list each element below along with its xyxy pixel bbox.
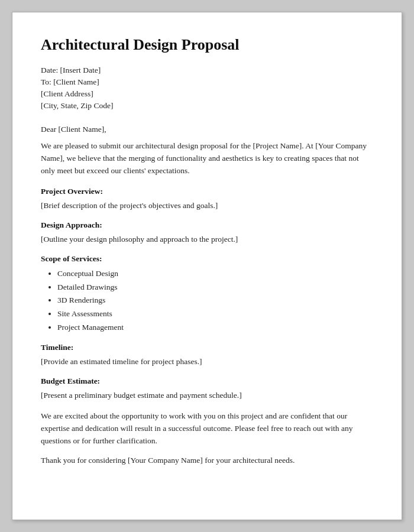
closing-paragraph-2: Thank you for considering [Your Company …	[41, 455, 373, 467]
project-overview-heading: Project Overview:	[41, 187, 373, 196]
document-title: Architectural Design Proposal	[41, 36, 373, 54]
list-item: 3D Renderings	[57, 294, 373, 307]
services-list: Conceptual Design Detailed Drawings 3D R…	[41, 267, 373, 335]
city-field: [City, State, Zip Code]	[41, 101, 373, 111]
list-item: Site Assessments	[57, 307, 373, 321]
intro-paragraph: We are pleased to submit our architectur…	[41, 140, 373, 177]
scope-of-services-heading: Scope of Services:	[41, 254, 373, 264]
address-field: [Client Address]	[41, 89, 373, 99]
closing-paragraph-1: We are excited about the opportunity to …	[41, 410, 373, 447]
project-overview-body: [Brief description of the project's obje…	[41, 200, 373, 212]
design-approach-body: [Outline your design philosophy and appr…	[41, 233, 373, 246]
list-item: Detailed Drawings	[57, 281, 373, 294]
greeting: Dear [Client Name],	[41, 125, 373, 134]
timeline-heading: Timeline:	[41, 343, 373, 352]
timeline-body: [Provide an estimated timeline for proje…	[41, 356, 373, 368]
to-field: To: [Client Name]	[41, 77, 373, 87]
design-approach-heading: Design Approach:	[41, 220, 373, 230]
budget-heading: Budget Estimate:	[41, 377, 373, 386]
date-field: Date: [Insert Date]	[41, 66, 373, 75]
list-item: Conceptual Design	[57, 267, 373, 281]
document: Architectural Design Proposal Date: [Ins…	[12, 12, 402, 520]
list-item: Project Management	[57, 321, 373, 335]
budget-body: [Present a preliminary budget estimate a…	[41, 390, 373, 402]
